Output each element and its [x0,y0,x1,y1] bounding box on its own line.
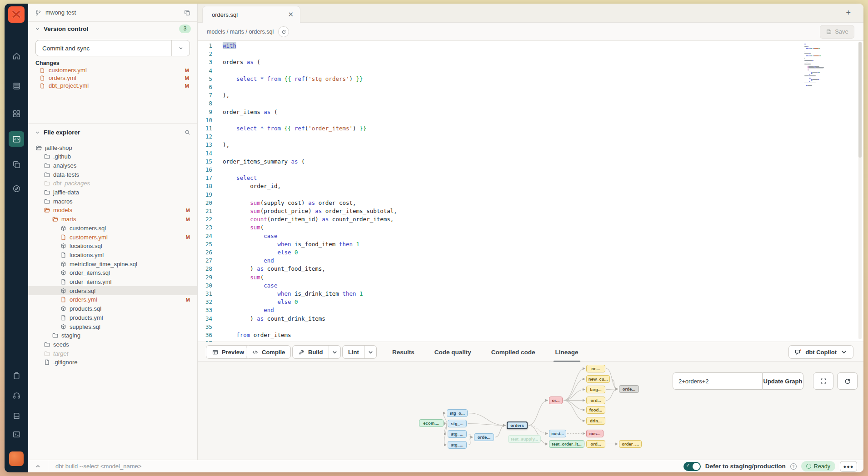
nav-home-icon[interactable] [9,48,24,64]
tree-item-products-yml[interactable]: products.yml [28,313,197,322]
command-input[interactable]: dbt build --select <model_name> [48,463,141,470]
compile-button[interactable]: Compile [246,345,291,359]
build-dropdown[interactable] [329,346,340,358]
defer-toggle[interactable]: ✓ [683,462,701,471]
file-explorer-header[interactable]: File explorer [28,125,197,139]
tree-item-customers-sql[interactable]: customers.sql [28,223,197,233]
expand-command-bar-button[interactable] [28,460,48,472]
lineage-node-ecom[interactable]: ecom.... [419,419,444,427]
tree-item-order-items-sql[interactable]: order_items.sql [28,268,197,278]
lineage-node-y3[interactable]: larg... [586,386,605,393]
lineage-node-y6[interactable]: drin... [586,417,605,425]
changed-file-row[interactable]: orders.ymlM [28,74,197,82]
tree-item-metricflow-time-spine-sql[interactable]: metricflow_time_spine.sql [28,259,197,268]
code-line-19: 19 [198,191,863,199]
tree-item-data-tests[interactable]: data-tests [28,170,197,179]
code-line-15: 15order_items_summary as ( [198,158,863,166]
code-editor[interactable]: 3736 from order_items3534 ) as count_dri… [198,41,863,342]
nav-grid-icon[interactable] [9,106,24,121]
nav-stack-icon[interactable] [9,78,24,94]
line-number: 9 [198,108,218,116]
lineage-node-stg2[interactable]: stg_... [448,420,467,427]
save-button[interactable]: Save [820,25,854,39]
line-number: 32 [198,298,218,306]
editor-scrollbar[interactable] [858,42,862,339]
commit-dropdown[interactable] [171,40,190,56]
tree-item-analyses[interactable]: analyses [28,161,197,170]
search-icon[interactable] [184,128,191,137]
tree-item-supplies-sql[interactable]: supplies.sql [28,322,197,331]
new-tab-button[interactable]: + [846,8,851,18]
nav-develop-icon[interactable] [9,131,24,147]
lineage-node-cust[interactable]: cust... [549,430,566,437]
lineage-node-ordY[interactable]: ord... [586,440,605,448]
tab-lineage[interactable]: Lineage [555,342,579,362]
nav-compass-icon[interactable] [9,181,24,196]
lineage-node-stg3[interactable]: stg_... [448,430,467,438]
changed-file-row[interactable]: customers.ymlM [28,66,197,74]
lineage-node-ordeGrey[interactable]: orde... [619,385,639,393]
tree-item-jaffle-shop[interactable]: jaffle-shop [28,143,197,152]
more-options-button[interactable]: ●●● [840,461,857,472]
tab-results[interactable]: Results [392,342,414,362]
nav-book-icon[interactable] [9,408,24,423]
tab-compiled-code[interactable]: Compiled code [491,342,535,362]
lineage-node-ordeL[interactable]: orde... [474,433,494,441]
tree-item-target[interactable]: target [28,349,197,358]
fullscreen-button[interactable] [813,372,833,390]
lineage-node-stg4[interactable]: stg_... [448,441,467,449]
refresh-button[interactable] [837,372,858,390]
tab-close-icon[interactable]: ✕ [288,10,294,19]
user-avatar[interactable] [9,451,24,466]
tree-item-models[interactable]: modelsM [28,206,197,215]
help-icon[interactable]: ? [790,463,797,470]
tree-item-orders-yml[interactable]: orders.ymlM [28,295,197,304]
lineage-node-orPink[interactable]: or... [549,397,563,404]
lineage-node-cusPink[interactable]: cus... [586,430,604,437]
tree-item-macros[interactable]: macros [28,197,197,206]
tab-orders-sql[interactable]: orders.sql ✕ [202,6,300,23]
lineage-node-testsupply[interactable]: test_supply... [508,435,541,443]
nav-windows-icon[interactable] [9,157,24,172]
lint-dropdown[interactable] [364,346,376,358]
build-button[interactable]: Build [292,345,341,359]
dbt-logo[interactable]: ✕ [8,6,25,23]
lineage-node-stg1[interactable]: stg_o... [447,409,468,417]
lineage-node-y2[interactable]: new_cu... [586,375,610,383]
lineage-node-y1[interactable]: or.... [586,365,605,372]
tree-item--gitignore[interactable]: .gitignore [28,358,197,367]
changed-file-row[interactable]: dbt_project.ymlM [28,82,197,89]
preview-button[interactable]: Preview [206,345,250,359]
tree-item-products-sql[interactable]: products.sql [28,304,197,313]
line-number: 16 [198,166,218,174]
file-icon [60,234,67,241]
lineage-node-orders[interactable]: orders [507,421,528,429]
nav-clipboard-icon[interactable] [9,368,24,383]
dbt-copilot-button[interactable]: dbt Copilot [788,345,853,359]
tree-item-jaffle-data[interactable]: jaffle-data [28,188,197,197]
nav-headset-icon[interactable] [9,387,24,403]
tree-item--github[interactable]: .github [28,152,197,161]
copy-icon[interactable] [184,9,191,16]
tree-item-customers-yml[interactable]: customers.ymlM [28,233,197,242]
tree-item-locations-yml[interactable]: locations.yml [28,250,197,259]
lineage-node-testorder[interactable]: test_order_it... [549,440,584,448]
commit-and-sync-button[interactable]: Commit and sync [35,40,190,56]
lint-button[interactable]: Lint [342,345,377,359]
update-graph-button[interactable]: Update Graph [763,372,803,390]
tree-item-seeds[interactable]: seeds [28,340,197,349]
lineage-node-y5[interactable]: food... [586,406,605,414]
tree-item-order-items-yml[interactable]: order_items.yml [28,278,197,287]
tree-item-marts[interactable]: martsM [28,215,197,224]
sync-link-icon[interactable] [278,26,289,37]
lineage-filter-input[interactable]: 2+orders+2 [673,372,763,390]
tree-item-locations-sql[interactable]: locations.sql [28,242,197,251]
nav-terminal-icon[interactable] [9,426,24,442]
lineage-node-y4[interactable]: ord... [586,397,605,404]
version-control-header[interactable]: Version control 3 [28,22,197,35]
lineage-node-orderR[interactable]: order_... [619,440,642,448]
tree-item-staging[interactable]: staging [28,331,197,340]
tree-item-dbt-packages[interactable]: dbt_packages [28,179,197,188]
tree-item-orders-sql[interactable]: orders.sql [28,286,197,295]
tab-code-quality[interactable]: Code quality [434,342,471,362]
